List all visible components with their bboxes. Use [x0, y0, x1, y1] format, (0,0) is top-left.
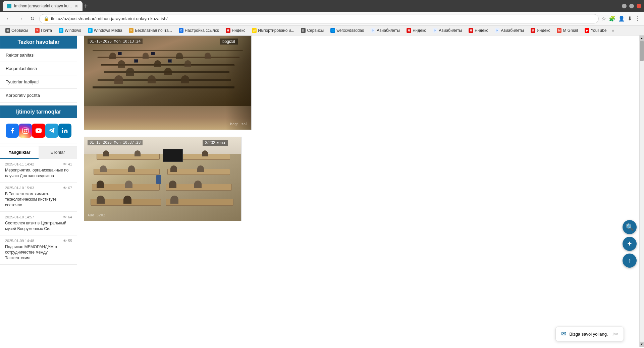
sidebar-item-tyutorlar[interactable]: Tyutorlar faoliyati: [0, 75, 77, 89]
bookmark-avia1[interactable]: ✈ Авиабилеты: [368, 27, 402, 33]
linkedin-icon[interactable]: [58, 124, 71, 138]
gmail-icon: M: [557, 28, 561, 33]
chat-icon: ✉: [561, 330, 566, 338]
bookmark-servisy[interactable]: ⊞ Сервисы: [3, 27, 31, 33]
zoom-in-button[interactable]: +: [623, 237, 637, 251]
news-item-3: 2025-01-10 14:57 👁 64 Состоялся визит в …: [0, 212, 77, 235]
telegram-icon[interactable]: [45, 124, 58, 138]
plane2-icon: ✈: [433, 28, 437, 33]
scroll-thumb[interactable]: [640, 41, 644, 61]
active-tab[interactable]: Imtihon jarayonlarini onlayn ku... ✕: [3, 1, 83, 11]
bookmark-youtube[interactable]: ▶ YouTube: [582, 27, 609, 33]
news-title-3[interactable]: Состоялся визит в Центральный музей Воор…: [5, 220, 72, 232]
bookmark-gmail[interactable]: M M Gmail: [554, 27, 581, 33]
social-icons-row: [0, 118, 77, 143]
eye-icon-3: 👁: [63, 215, 67, 219]
bookmark-werx[interactable]: 🌐 werxcvdssddas: [328, 27, 367, 33]
page: Tezkor havolalar Rektor sahifasi Raqamla…: [0, 36, 644, 348]
extensions-icon[interactable]: 🧩: [609, 15, 615, 22]
sidebar-item-korporativ[interactable]: Korporativ pochta: [0, 89, 77, 102]
svg-point-2: [26, 129, 28, 130]
bookmarks-bar: ⊞ Сервисы ✉ Почта ⊞ Windows ⊞ Windows Me…: [0, 25, 644, 36]
bookmark-label: Авиабилеты: [439, 28, 462, 33]
scroll-up-button[interactable]: ▲: [640, 36, 644, 41]
camera-timestamp-2: 01-13-2025 Mon 10:37:28: [88, 140, 143, 145]
bookmark-label: werxcvdssddas: [336, 28, 364, 33]
minimize-button[interactable]: —: [622, 4, 627, 8]
tab-title: Imtihon jarayonlarini onlayn ku...: [14, 4, 72, 8]
window-controls: — □ ✕: [622, 4, 641, 8]
camera-watermark-1: bogi za1: [230, 122, 248, 126]
forward-button[interactable]: →: [16, 14, 25, 23]
url-bar[interactable]: 🔒 tkti.uz/uz/posts/navbar/imtihon-jarayo…: [39, 14, 599, 23]
grid2-icon: ⊞: [301, 28, 306, 33]
news-title-4[interactable]: Подписан МЕМОРАНДУМ о сотрудничестве меж…: [5, 244, 72, 261]
news-item-2: 2025-01-10 15:03 👁 67 В Ташкентском хими…: [0, 183, 77, 212]
scroll-down-button[interactable]: ▼: [640, 342, 644, 347]
tab-favicon: [7, 4, 11, 8]
camera-timestamp-1: 01-13-2025 Mon 10:13:24: [88, 39, 143, 44]
news-title-2[interactable]: В Ташкентском химико-технологическом инс…: [5, 191, 72, 208]
bookmark-yandex2[interactable]: Я Яндекс: [404, 27, 429, 33]
yt-icon: ▶: [585, 28, 589, 33]
close-button[interactable]: ✕: [637, 4, 641, 8]
mail2-icon: ✉: [129, 28, 133, 33]
bookmark-yandex3[interactable]: Я Яндекс: [466, 27, 491, 33]
windows-icon: ⊞: [59, 28, 63, 33]
yandex-icon: Я: [226, 28, 230, 33]
url-text: tkti.uz/uz/posts/navbar/imtihon-jarayonl…: [51, 16, 594, 21]
bookmark-label: Яндекс: [475, 28, 488, 33]
bookmark-windows[interactable]: ⊞ Windows: [56, 27, 84, 33]
bookmark-avia3[interactable]: ✈ Авиабилеты: [492, 27, 527, 33]
settings-icon: ⚙: [179, 28, 183, 33]
tab-elonlar[interactable]: E'lonlar: [39, 146, 77, 159]
camera-feed-1: 01-13-2025 Mon 10:13:24 bogizal bogi za1: [84, 36, 252, 130]
chat-widget[interactable]: ✉ Bizga savol yollang. jivo: [555, 327, 624, 341]
search-float-button[interactable]: 🔍: [623, 220, 637, 234]
facebook-icon[interactable]: [6, 124, 19, 138]
eye-icon-1: 👁: [63, 162, 67, 166]
bookmark-imported[interactable]: 📁 Импортировано и...: [249, 27, 297, 33]
bookmark-pochta[interactable]: ✉ Почта: [32, 27, 55, 33]
scroll-top-button[interactable]: ↑: [623, 254, 637, 268]
quick-links-header: Tezkor havolalar: [0, 36, 77, 49]
news-meta-1: 2025-01-11 14:42 👁 41: [5, 162, 72, 166]
new-tab-button[interactable]: +: [84, 2, 88, 10]
instagram-icon[interactable]: [19, 124, 32, 138]
news-title-1[interactable]: Мероприятия, организованные по случаю Дн…: [5, 167, 72, 179]
bookmark-yandex4[interactable]: Я Яндекс: [528, 27, 553, 33]
news-item-1: 2025-01-11 14:42 👁 41 Мероприятия, орган…: [0, 159, 77, 183]
plane3-icon: ✈: [495, 28, 499, 33]
bookmark-windows-media[interactable]: ⊞ Windows Media: [85, 27, 125, 33]
download-icon[interactable]: ⬇: [628, 15, 632, 22]
scrollbar[interactable]: ▲ ▼: [639, 36, 644, 347]
eye-icon-2: 👁: [63, 186, 67, 190]
address-bar: ← → ↻ 🔒 tkti.uz/uz/posts/navbar/imtihon-…: [0, 12, 644, 25]
bookmark-besplatnaya[interactable]: ✉ Бесплатная почта...: [126, 27, 174, 33]
bookmark-nastroika[interactable]: ⚙ Настройка ссылок: [176, 27, 222, 33]
bookmark-label: Авиабилеты: [377, 28, 400, 33]
sidebar-item-rektor[interactable]: Rektor sahifasi: [0, 49, 77, 62]
windows-media-icon: ⊞: [88, 28, 93, 33]
back-button[interactable]: ←: [4, 14, 13, 23]
youtube-icon[interactable]: [32, 124, 45, 138]
yandex3-icon: Я: [469, 28, 473, 33]
sidebar-item-raqam[interactable]: Raqamlashtirish: [0, 62, 77, 75]
camera-feed-2: 01-13-2025 Mon 10:37:28 3/202 xona Aud 3…: [84, 137, 241, 221]
bookmark-label: M Gmail: [563, 28, 578, 33]
social-header: Ijtimoiy tarmoqlar: [0, 106, 77, 118]
bookmark-star-icon[interactable]: ☆: [601, 15, 606, 22]
news-views-3: 👁 64: [63, 215, 72, 219]
profile-icon[interactable]: 👤: [618, 15, 625, 22]
refresh-button[interactable]: ↻: [28, 14, 37, 23]
bookmark-yandex1[interactable]: Я Яндекс: [223, 27, 248, 33]
tab-close-button[interactable]: ✕: [74, 3, 78, 9]
more-bookmarks[interactable]: »: [612, 28, 614, 33]
maximize-button[interactable]: □: [629, 4, 634, 8]
menu-icon[interactable]: ⋮: [635, 15, 640, 22]
news-date-4: 2025-01-09 14:48: [5, 239, 34, 243]
bookmark-avia2[interactable]: ✈ Авиабилеты: [430, 27, 465, 33]
bookmark-servisy2[interactable]: ⊞ Сервисы: [298, 27, 326, 33]
bookmark-label: Сервисы: [307, 28, 324, 33]
tab-yangiliklar[interactable]: Yangiliklar: [0, 146, 39, 159]
